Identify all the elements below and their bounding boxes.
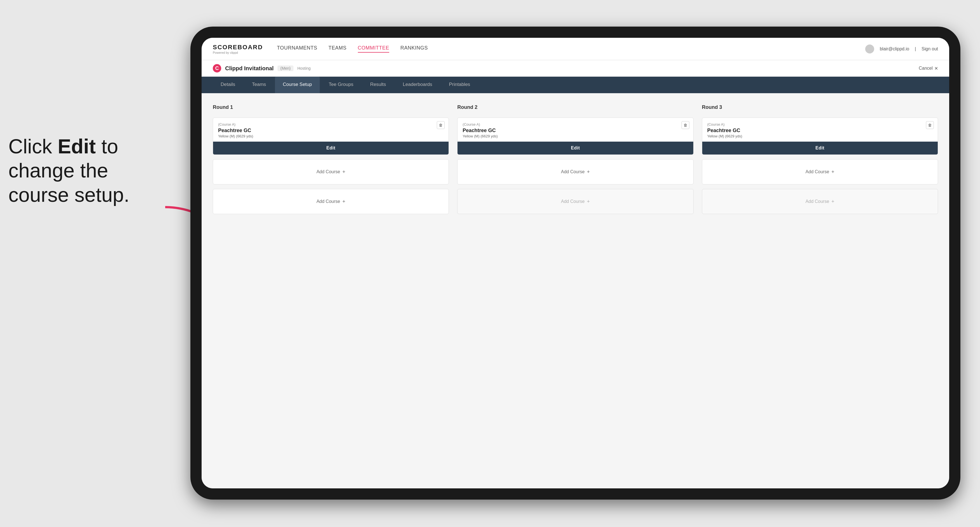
round-1-delete-button[interactable]: 🗑 <box>437 121 445 129</box>
tablet-frame: SCOREBOARD Powered by clippd TOURNAMENTS… <box>190 27 960 500</box>
sign-out-link[interactable]: Sign out <box>921 46 938 51</box>
scoreboard-logo: SCOREBOARD Powered by clippd <box>213 44 263 54</box>
clippd-logo: C <box>213 64 221 73</box>
nav-separator: | <box>915 46 916 51</box>
nav-link-rankings[interactable]: RANKINGS <box>400 45 428 52</box>
round-1-edit-button[interactable]: Edit <box>213 141 449 154</box>
tournament-gender: (Men) <box>277 65 293 71</box>
round-1-add-course-2[interactable]: Add Course + <box>213 189 449 214</box>
round-3-edit-button[interactable]: Edit <box>702 141 938 154</box>
round-2-course-details: Yellow (M) (6629 yds) <box>463 134 688 138</box>
round-3-column: Round 3 (Course A) Peachtree GC Yellow (… <box>702 105 938 214</box>
tab-tee-groups[interactable]: Tee Groups <box>321 77 361 93</box>
tab-course-setup[interactable]: Course Setup <box>275 77 320 93</box>
round-2-edit-button[interactable]: Edit <box>458 141 693 154</box>
round-2-add-course-1[interactable]: Add Course + <box>457 159 693 184</box>
round-1-course-header: (Course A) Peachtree GC Yellow (M) (6629… <box>213 118 449 141</box>
round-2-course-header: (Course A) Peachtree GC Yellow (M) (6629… <box>458 118 693 141</box>
user-avatar <box>865 44 874 54</box>
round-1-course-card: (Course A) Peachtree GC Yellow (M) (6629… <box>213 117 449 155</box>
tablet-screen: SCOREBOARD Powered by clippd TOURNAMENTS… <box>202 38 949 488</box>
round-2-course-label: (Course A) <box>463 122 688 127</box>
round-3-course-name: Peachtree GC <box>707 128 933 133</box>
round-2-course-name: Peachtree GC <box>463 128 688 133</box>
round-3-course-card: (Course A) Peachtree GC Yellow (M) (6629… <box>702 117 938 155</box>
logo-sub: Powered by clippd <box>213 51 263 54</box>
plus-icon-4: + <box>587 199 590 205</box>
round-2-column: Round 2 (Course A) Peachtree GC Yellow (… <box>457 105 693 214</box>
plus-icon-2: + <box>342 199 345 205</box>
sub-header: C Clippd Invitational (Men) Hosting Canc… <box>202 60 949 77</box>
tournament-name: Clippd Invitational <box>225 65 274 71</box>
instruction-text: Click Edit tochange thecourse setup. <box>8 134 129 207</box>
round-3-add-course-1[interactable]: Add Course + <box>702 159 938 184</box>
sub-header-left: C Clippd Invitational (Men) Hosting <box>213 64 310 73</box>
nav-link-teams[interactable]: TEAMS <box>328 45 347 52</box>
round-3-course-label: (Course A) <box>707 122 933 127</box>
round-3-title: Round 3 <box>702 105 938 110</box>
top-nav: SCOREBOARD Powered by clippd TOURNAMENTS… <box>202 38 949 60</box>
tab-results[interactable]: Results <box>362 77 394 93</box>
round-1-course-name: Peachtree GC <box>218 128 444 133</box>
nav-link-tournaments[interactable]: TOURNAMENTS <box>277 45 317 52</box>
tab-details[interactable]: Details <box>213 77 243 93</box>
round-1-title: Round 1 <box>213 105 449 110</box>
instruction-before: Click <box>8 135 58 157</box>
tab-printables[interactable]: Printables <box>441 77 478 93</box>
nav-link-committee[interactable]: COMMITTEE <box>358 45 390 52</box>
close-icon: ✕ <box>934 66 938 71</box>
round-2-delete-button[interactable]: 🗑 <box>681 121 689 129</box>
round-1-course-details: Yellow (M) (6629 yds) <box>218 134 444 138</box>
plus-icon-6: + <box>831 199 834 205</box>
round-3-course-header: (Course A) Peachtree GC Yellow (M) (6629… <box>702 118 938 141</box>
plus-icon-3: + <box>587 169 590 175</box>
round-1-course-label: (Course A) <box>218 122 444 127</box>
round-2-title: Round 2 <box>457 105 693 110</box>
instruction-bold: Edit <box>58 135 96 157</box>
plus-icon-5: + <box>831 169 834 175</box>
round-1-column: Round 1 (Course A) Peachtree GC Yellow (… <box>213 105 449 214</box>
round-3-add-course-2: Add Course + <box>702 189 938 214</box>
plus-icon-1: + <box>342 169 345 175</box>
round-2-add-course-2: Add Course + <box>457 189 693 214</box>
main-content: Round 1 (Course A) Peachtree GC Yellow (… <box>202 93 949 488</box>
user-email: blair@clippd.io <box>880 46 909 51</box>
tab-leaderboards[interactable]: Leaderboards <box>395 77 440 93</box>
cancel-button[interactable]: Cancel ✕ <box>919 66 938 71</box>
round-2-course-card: (Course A) Peachtree GC Yellow (M) (6629… <box>457 117 693 155</box>
nav-left: SCOREBOARD Powered by clippd TOURNAMENTS… <box>213 44 428 54</box>
nav-right: blair@clippd.io | Sign out <box>865 44 938 54</box>
nav-links: TOURNAMENTS TEAMS COMMITTEE RANKINGS <box>277 45 428 52</box>
round-3-delete-button[interactable]: 🗑 <box>926 121 934 129</box>
hosting-badge: Hosting <box>298 66 310 70</box>
logo-title: SCOREBOARD <box>213 44 263 51</box>
rounds-container: Round 1 (Course A) Peachtree GC Yellow (… <box>213 105 938 214</box>
round-3-course-details: Yellow (M) (6629 yds) <box>707 134 933 138</box>
tabs-bar: Details Teams Course Setup Tee Groups Re… <box>202 77 949 93</box>
tab-teams[interactable]: Teams <box>244 77 274 93</box>
round-1-add-course-1[interactable]: Add Course + <box>213 159 449 184</box>
